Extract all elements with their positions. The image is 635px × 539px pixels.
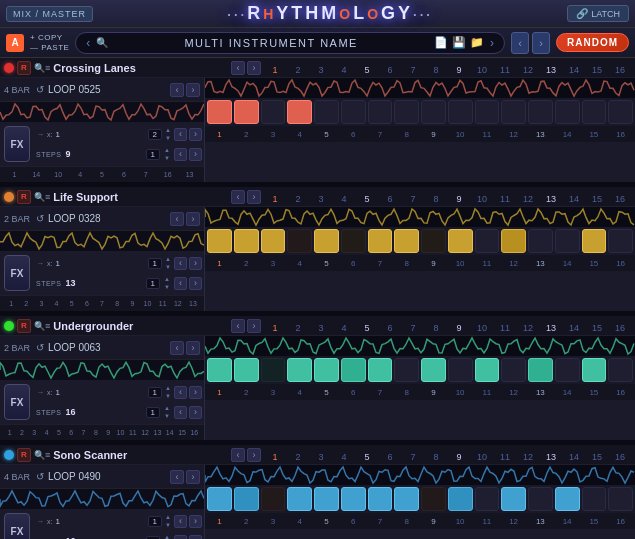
beat-step-5[interactable]: 5	[314, 388, 339, 397]
beat-step-16[interactable]: 16	[608, 259, 633, 268]
beat-pad-2[interactable]	[261, 358, 286, 382]
beat-pad-8[interactable]	[421, 100, 446, 124]
track-next-button[interactable]: ›	[247, 319, 261, 333]
step-num-1[interactable]: 1	[264, 447, 286, 463]
fx-button[interactable]: FX	[4, 126, 30, 162]
latch-button[interactable]: 🔗 LATCH	[567, 5, 629, 22]
beat-pad-14[interactable]	[582, 229, 607, 253]
beat-pad-3[interactable]	[287, 487, 312, 511]
step-val-cell[interactable]: 5	[53, 429, 64, 436]
beat-step-1[interactable]: 1	[207, 259, 232, 268]
beat-step-16[interactable]: 16	[608, 130, 633, 139]
step-num-8[interactable]: 8	[425, 318, 447, 334]
step-num-12[interactable]: 12	[517, 447, 539, 463]
beat-step-3[interactable]: 3	[261, 517, 286, 526]
copy-button[interactable]: + COPY	[30, 33, 69, 42]
step-val-cell[interactable]: 7	[135, 171, 156, 178]
step-val-cell[interactable]: 9	[103, 429, 114, 436]
beat-pad-7[interactable]	[394, 229, 419, 253]
step-num-7[interactable]: 7	[402, 189, 424, 205]
step-num-3[interactable]: 3	[310, 60, 332, 76]
beat-step-15[interactable]: 15	[582, 130, 607, 139]
beat-step-12[interactable]: 12	[501, 388, 526, 397]
step-val-cell[interactable]: 9	[125, 300, 139, 307]
step-num-11[interactable]: 11	[494, 318, 516, 334]
step-num-5[interactable]: 5	[356, 447, 378, 463]
step-num-1[interactable]: 1	[264, 189, 286, 205]
fx-button[interactable]: FX	[4, 255, 30, 291]
step-num-9[interactable]: 9	[448, 189, 470, 205]
beat-pad-15[interactable]	[608, 358, 633, 382]
step-num-12[interactable]: 12	[517, 189, 539, 205]
beat-step-6[interactable]: 6	[341, 259, 366, 268]
step-num-10[interactable]: 10	[471, 447, 493, 463]
step-num-4[interactable]: 4	[333, 447, 355, 463]
step-down-button[interactable]: ▼	[164, 412, 170, 420]
beat-pad-4[interactable]	[314, 100, 339, 124]
step-num-6[interactable]: 6	[379, 318, 401, 334]
step-up-button[interactable]: ▲	[164, 275, 170, 283]
div-down-button[interactable]: ▼	[165, 392, 171, 400]
ctrl-prev-button[interactable]: ‹	[174, 386, 187, 399]
step-val-cell[interactable]: 16	[189, 429, 200, 436]
step-num-5[interactable]: 5	[356, 318, 378, 334]
step-num-6[interactable]: 6	[379, 189, 401, 205]
step-val-cell[interactable]: 5	[92, 171, 113, 178]
ctrl-prev-button[interactable]: ‹	[174, 128, 187, 141]
step-num-9[interactable]: 9	[448, 60, 470, 76]
beat-step-8[interactable]: 8	[394, 259, 419, 268]
step-val-cell[interactable]: 7	[78, 429, 89, 436]
beat-step-10[interactable]: 10	[448, 517, 473, 526]
step-num-9[interactable]: 9	[448, 447, 470, 463]
step-num-10[interactable]: 10	[471, 318, 493, 334]
beat-step-15[interactable]: 15	[582, 388, 607, 397]
beat-pad-10[interactable]	[475, 358, 500, 382]
beat-pad-14[interactable]	[582, 100, 607, 124]
beat-step-11[interactable]: 11	[475, 259, 500, 268]
step-num-13[interactable]: 13	[540, 60, 562, 76]
step-num-13[interactable]: 13	[540, 318, 562, 334]
step-val-cell[interactable]: 6	[66, 429, 77, 436]
step-prev-button[interactable]: ‹	[174, 277, 187, 290]
beat-step-5[interactable]: 5	[314, 259, 339, 268]
beat-step-11[interactable]: 11	[475, 130, 500, 139]
beat-step-14[interactable]: 14	[555, 259, 580, 268]
step-num-3[interactable]: 3	[310, 189, 332, 205]
beat-pad-12[interactable]	[528, 100, 553, 124]
step-num-3[interactable]: 3	[310, 318, 332, 334]
beat-step-4[interactable]: 4	[287, 130, 312, 139]
beat-pad-4[interactable]	[314, 487, 339, 511]
beat-pad-14[interactable]	[582, 358, 607, 382]
beat-step-5[interactable]: 5	[314, 130, 339, 139]
beat-step-7[interactable]: 7	[368, 517, 393, 526]
beat-step-3[interactable]: 3	[261, 259, 286, 268]
track-prev-button[interactable]: ‹	[231, 319, 245, 333]
step-num-1[interactable]: 1	[264, 60, 286, 76]
beat-pad-2[interactable]	[261, 487, 286, 511]
beat-step-13[interactable]: 13	[528, 388, 553, 397]
random-button[interactable]: RANDOM	[556, 33, 629, 52]
step-num-10[interactable]: 10	[471, 189, 493, 205]
beat-pad-5[interactable]	[341, 487, 366, 511]
step-val-cell[interactable]: 6	[113, 171, 134, 178]
beat-step-7[interactable]: 7	[368, 130, 393, 139]
beat-pad-0[interactable]	[207, 229, 232, 253]
step-next-button[interactable]: ›	[189, 406, 202, 419]
beat-step-4[interactable]: 4	[287, 259, 312, 268]
step-val-cell[interactable]: 14	[164, 429, 175, 436]
beat-pad-9[interactable]	[448, 229, 473, 253]
step-val-cell[interactable]: 1	[4, 300, 18, 307]
step-up-button[interactable]: ▲	[164, 404, 170, 412]
step-num-9[interactable]: 9	[448, 318, 470, 334]
step-num-5[interactable]: 5	[356, 60, 378, 76]
beat-pad-3[interactable]	[287, 358, 312, 382]
beat-pad-15[interactable]	[608, 229, 633, 253]
step-num-16[interactable]: 16	[609, 60, 631, 76]
beat-pad-8[interactable]	[421, 358, 446, 382]
beat-pad-11[interactable]	[501, 100, 526, 124]
div-up-button[interactable]: ▲	[165, 255, 171, 263]
track-next-button[interactable]: ›	[247, 448, 261, 462]
beat-step-1[interactable]: 1	[207, 517, 232, 526]
step-val-cell[interactable]: 16	[157, 171, 178, 178]
beat-step-10[interactable]: 10	[448, 388, 473, 397]
